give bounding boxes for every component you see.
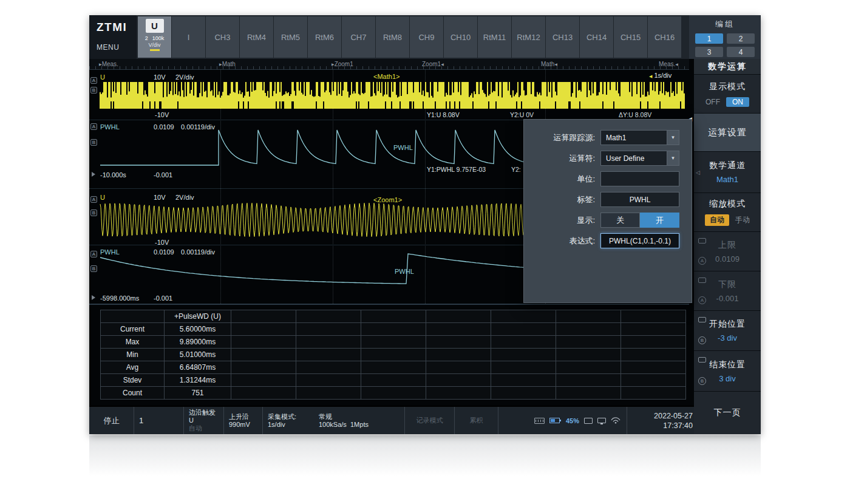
cursor-marker-a[interactable]: A (90, 251, 97, 257)
dialog-row-show: 显示: 关 开 (532, 213, 683, 228)
tag-input[interactable]: PWHL (600, 192, 679, 207)
battery-icon (549, 418, 560, 423)
tab-rtm8[interactable]: RtM8 (376, 16, 409, 58)
tab-u-selected[interactable]: U 2 100k V/div (138, 16, 171, 58)
trace-label-pwhl: PWHL (393, 144, 413, 151)
display-mode-section[interactable]: 显示模式 OFF ON (694, 75, 761, 114)
tab-ch16[interactable]: CH16 (648, 16, 681, 58)
scale-mode-auto[interactable]: 自动 (705, 214, 729, 226)
source-label: 运算跟踪源: (532, 132, 600, 143)
header-empty-cell (101, 310, 165, 323)
time-position-label: -5998.000ms (100, 295, 139, 302)
tab-rtm4[interactable]: RtM4 (240, 16, 273, 58)
operator-dropdown[interactable]: User Define ▼ (600, 151, 679, 166)
acquire-detail[interactable]: 常规 100kSa/s 1Mpts (314, 407, 405, 434)
calc-settings-button[interactable]: 运算设置 (694, 114, 761, 152)
trigger-source: U (189, 417, 219, 424)
upper-limit-button[interactable]: A 上限 0.0109 (694, 232, 761, 271)
table-row: Stdev 1.31244ms (101, 374, 686, 387)
timebase-label: ◀ 1s/div (649, 72, 672, 80)
cursor-marker-a[interactable]: A (90, 196, 97, 203)
display-mode-label: 显示模式 (709, 81, 746, 92)
lower-limit-value: -0.001 (716, 294, 739, 303)
cursor-marker-a[interactable]: A (90, 77, 97, 84)
trace-tag-math1: <Math1> (373, 73, 399, 80)
tab-ch7[interactable]: CH7 (342, 16, 375, 58)
start-position-button[interactable]: B 开始位置 -3 div (694, 311, 761, 351)
dialog-row-operator: 运算符: User Define ▼ (532, 151, 683, 166)
time-marker-icon (92, 295, 95, 300)
bottom-scale-label: -0.001 (154, 171, 172, 179)
cursor-marker-b[interactable]: B (90, 209, 97, 216)
tab-ch3[interactable]: CH3 (206, 16, 239, 58)
top-ruler: ▶Meas. ▶Math ▶Zoom1 Zoom1◀ Math◀ Meas.◀ (89, 59, 689, 70)
dialog-row-source: 运算跟踪源: Math1 ▼ (532, 130, 683, 145)
group-button-4[interactable]: 4 (727, 47, 755, 57)
cursor-marker-a[interactable]: A (90, 123, 97, 130)
group-button-3[interactable]: 3 (695, 47, 723, 57)
trigger-info[interactable]: 边沿触发 U 自动 (184, 407, 224, 434)
trigger-level: 990mV (229, 421, 257, 429)
expression-label: 表达式: (532, 236, 600, 247)
tab-rtm6[interactable]: RtM6 (308, 16, 341, 58)
sidebar-title: 数学运算 (694, 59, 761, 75)
row-label: Min (101, 349, 165, 361)
display-icon (597, 418, 606, 423)
tab-rtm11[interactable]: RtM11 (478, 16, 511, 58)
channel-label-u: U (100, 73, 105, 81)
next-page-button[interactable]: 下一页 (694, 392, 761, 434)
chevron-down-icon[interactable]: ▼ (667, 151, 679, 165)
acquire-mode[interactable]: 采集模式: 1s/div (263, 407, 314, 434)
time: 17:37:40 (628, 421, 693, 431)
math-channel-button[interactable]: ◁ 数学通道 Math1 (694, 152, 761, 193)
expression-input[interactable]: PWHL(C1,0.1,-0.1) (600, 233, 679, 248)
show-toggle: 关 开 (600, 213, 679, 228)
trace-label-pwhl: PWHL (395, 268, 414, 275)
grouping-title: 编组 (695, 19, 755, 30)
end-position-button[interactable]: B 结束位置 3 div (694, 351, 761, 392)
display-mode-off[interactable]: OFF (706, 98, 720, 106)
group-button-2[interactable]: 2 (727, 33, 755, 44)
marker-left-icon: ◀ (441, 63, 444, 66)
scale-per-div-label: 2V/div (175, 73, 194, 81)
display-mode-on[interactable]: ON (726, 97, 749, 107)
wifi-icon (611, 417, 620, 424)
tab-ch10[interactable]: CH10 (444, 16, 477, 58)
cursor-marker-b[interactable]: B (90, 87, 97, 94)
scale-per-div-label: 0.00119/div (181, 248, 215, 256)
tab-ch13[interactable]: CH13 (546, 16, 579, 58)
scale-mode-manual[interactable]: 手动 (735, 215, 750, 225)
lower-limit-button[interactable]: A 下限 -0.001 (694, 271, 761, 311)
tab-ch9[interactable]: CH9 (410, 16, 443, 58)
tab-u-sub2: 100k (152, 35, 165, 41)
tab-ch14[interactable]: CH14 (580, 16, 613, 58)
group-button-1[interactable]: 1 (695, 33, 723, 44)
math-settings-dialog: 运算跟踪源: Math1 ▼ 运算符: User Define ▼ 单位: 标签… (523, 119, 692, 303)
scale-mode-section[interactable]: 缩放模式 自动 手动 (694, 193, 761, 232)
meas-readout-dy: ΔY:U 8.08V (619, 111, 651, 118)
cursor-marker-b[interactable]: B (90, 265, 97, 272)
start-position-label: 开始位置 (709, 319, 746, 330)
tag-label: 标签: (532, 194, 600, 205)
chevron-down-icon[interactable]: ▼ (667, 131, 679, 145)
cursor-marker-b[interactable]: B (90, 139, 97, 146)
run-state[interactable]: 停止 (89, 407, 134, 434)
trigger-edge-info[interactable]: 上升沿 990mV (224, 407, 263, 434)
unit-input[interactable] (600, 171, 679, 186)
tab-u-unit: V/div (148, 42, 160, 48)
end-position-label: 结束位置 (709, 359, 746, 370)
tab-rtm12[interactable]: RtM12 (512, 16, 545, 58)
tab-i[interactable]: I (172, 16, 205, 58)
source-dropdown[interactable]: Math1 ▼ (600, 130, 679, 145)
menu-button[interactable]: MENU (97, 43, 137, 52)
show-on-button[interactable]: 开 (640, 213, 679, 228)
meas-readout-y1: Y1:U 8.08V (427, 111, 460, 118)
ruler-label-zoom1-left: ▶Zoom1 (332, 61, 353, 67)
show-off-button[interactable]: 关 (600, 213, 640, 228)
tab-ch15[interactable]: CH15 (614, 16, 647, 58)
tab-rtm5[interactable]: RtM5 (274, 16, 307, 58)
tab-u-subinfo: 2 100k (145, 35, 165, 41)
row-value: 9.89000ms (165, 336, 231, 349)
grouping-buttons: 1 2 3 4 (695, 33, 755, 57)
meas-readout-y2: Y2:U 0V (510, 111, 534, 118)
